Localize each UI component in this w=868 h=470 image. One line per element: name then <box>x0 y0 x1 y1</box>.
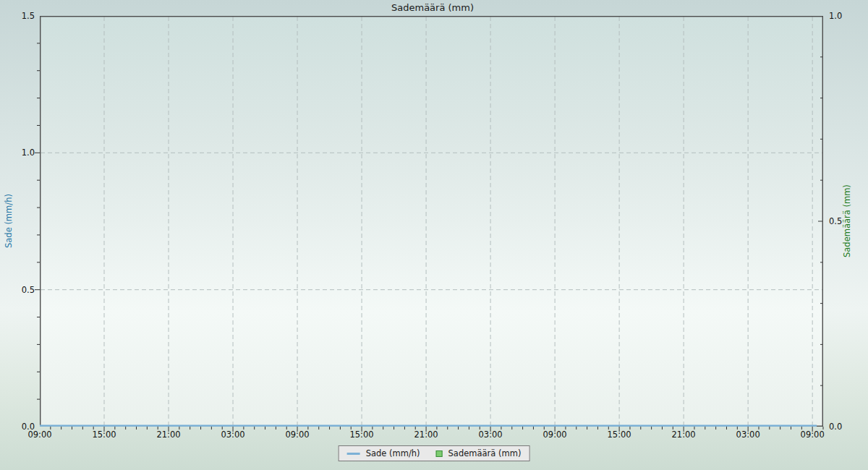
legend-label-sade: Sade (mm/h) <box>366 448 420 458</box>
left-axis-label: Sade (mm/h) <box>4 16 14 427</box>
x-tick-label: 09:00 <box>543 430 567 440</box>
x-tick-label: 21:00 <box>156 430 180 440</box>
y-tick-label-left: 1.5 <box>0 11 35 21</box>
y-tick-label-left: 1.0 <box>0 148 35 158</box>
plot-canvas <box>40 16 823 427</box>
x-tick-label: 03:00 <box>221 430 244 440</box>
x-tick-label: 09:00 <box>801 430 825 440</box>
y-tick-label-left: 0.5 <box>0 285 35 295</box>
legend-label-sademaara: Sademäärä (mm) <box>448 448 522 458</box>
legend-item-sademaara: Sademäärä (mm) <box>436 448 522 458</box>
y-tick-label-right: 0.0 <box>829 422 842 432</box>
x-tick-label: 03:00 <box>479 430 503 440</box>
x-tick-label: 15:00 <box>349 430 373 440</box>
x-tick-label: 15:00 <box>92 430 116 440</box>
x-tick-label: 15:00 <box>608 430 631 440</box>
x-tick-label: 09:00 <box>285 430 309 440</box>
chart-title: Sademäärä (mm) <box>0 2 865 13</box>
y-tick-label-right: 1.0 <box>829 11 842 21</box>
x-tick-label: 21:00 <box>672 430 696 440</box>
right-axis-label: Sademäärä (mm) <box>842 16 852 427</box>
square-marker-icon <box>436 450 443 457</box>
plot-frame <box>41 17 823 427</box>
plot-area <box>40 16 823 427</box>
chart-figure: Sademäärä (mm) Sade (mm/h) Sademäärä (mm… <box>0 0 868 470</box>
x-tick-label: 21:00 <box>414 430 438 440</box>
x-tick-label: 03:00 <box>736 430 760 440</box>
legend-item-sade: Sade (mm/h) <box>347 448 420 458</box>
y-tick-label-left: 0.0 <box>0 422 35 432</box>
legend: Sade (mm/h) Sademäärä (mm) <box>339 445 530 461</box>
y-tick-label-right: 0.5 <box>829 216 842 226</box>
line-marker-icon <box>347 453 360 455</box>
